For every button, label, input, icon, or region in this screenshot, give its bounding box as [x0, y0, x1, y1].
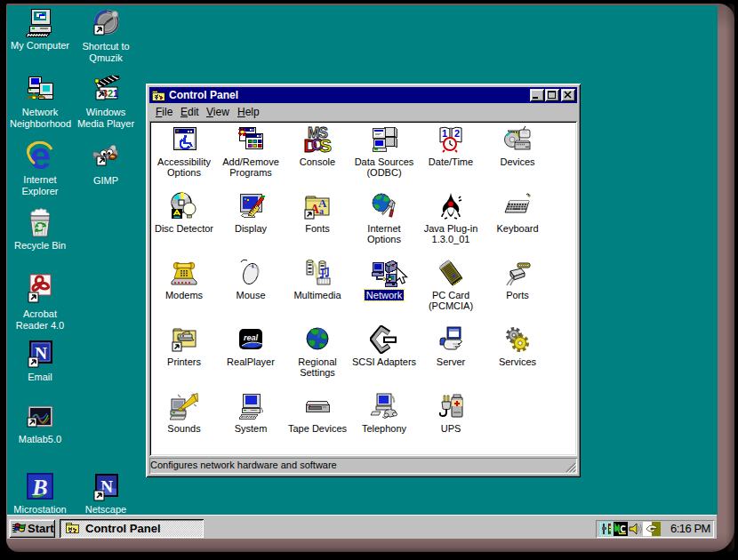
svg-text:real: real [244, 333, 259, 342]
svg-text:a: a [319, 206, 324, 216]
svg-text:S: S [319, 135, 332, 154]
svg-text:1: 1 [113, 88, 118, 99]
svg-text:2: 2 [454, 128, 460, 139]
svg-text:1: 1 [442, 128, 447, 139]
